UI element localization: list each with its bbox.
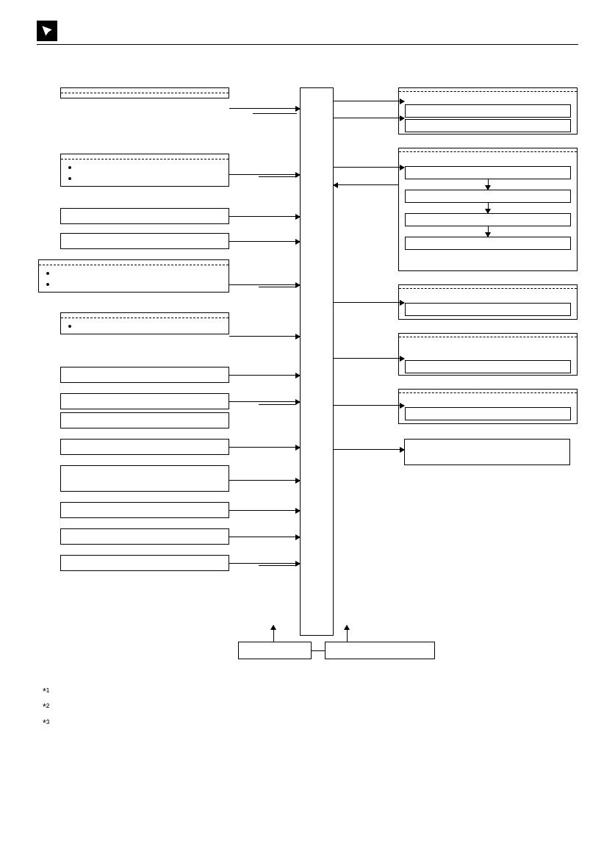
sensor-neutral-start — [60, 439, 229, 455]
sensor-ignition-switch — [60, 312, 229, 334]
sensor-distributor — [60, 154, 229, 187]
sensor-water-temp — [60, 208, 229, 224]
actuator-check-engine-lamp — [404, 439, 570, 465]
battery-box — [238, 642, 312, 659]
engine-ecu — [300, 87, 334, 636]
sensor-vehicle-speed — [60, 367, 229, 383]
footnotes: *¹ *² *³ — [43, 684, 572, 731]
sensor-intake-air-temp — [60, 233, 229, 249]
actuator-efi — [398, 87, 578, 134]
sensor-air-conditioner — [60, 502, 229, 518]
logo-icon — [37, 21, 57, 41]
sensor-throttle-position — [38, 259, 229, 293]
efi-main-relay-box — [325, 642, 435, 659]
sensor-variable-resistor — [60, 412, 229, 428]
block-diagram — [38, 74, 578, 677]
sensor-taillight-defogger — [60, 465, 229, 492]
actuator-esa — [398, 148, 578, 271]
sensor-check-connector — [60, 555, 229, 571]
sensor-manifold-airflow — [60, 87, 229, 98]
actuator-fuel-pump — [398, 389, 578, 424]
actuator-isc — [398, 284, 578, 320]
header-rule — [37, 44, 578, 45]
sensor-knock — [60, 528, 229, 545]
actuator-oxygen-heater — [398, 333, 578, 376]
sensor-oxygen — [60, 393, 229, 409]
